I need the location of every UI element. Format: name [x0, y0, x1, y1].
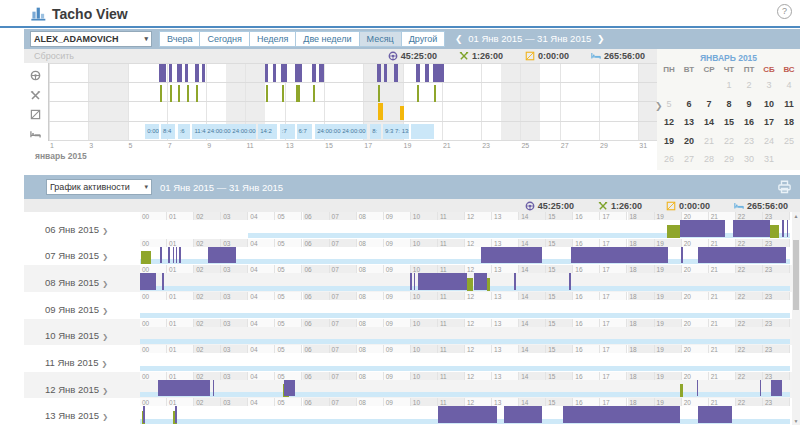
row-expander[interactable]: 06 Янв 2015❯ — [45, 224, 108, 235]
driving-bar — [295, 64, 303, 82]
activity-toolbar: График активности ▾ 01 Янв 2015 — 31 Янв… — [24, 175, 800, 199]
scroll-up-icon[interactable]: ▲ — [792, 213, 800, 219]
driving-bar — [787, 220, 789, 237]
hour-label: 05 — [275, 239, 302, 247]
hour-label: 10 — [411, 292, 438, 300]
calendar-day[interactable]: 9 — [739, 95, 759, 114]
hour-label: 00 — [140, 372, 167, 380]
calendar-day[interactable]: 22 — [719, 132, 739, 151]
calendar-day[interactable]: 8 — [719, 95, 739, 114]
hour-label: 07 — [330, 292, 357, 300]
hour-label: 21 — [709, 372, 736, 380]
calendar-day[interactable]: 5 — [659, 95, 679, 114]
hour-label: 08 — [357, 398, 384, 406]
row-expander[interactable]: 09 Янв 2015❯ — [45, 304, 108, 315]
hour-label: 03 — [221, 372, 248, 380]
driving-bar — [202, 64, 205, 82]
month-lane — [49, 63, 658, 83]
hour-label: 14 — [519, 398, 546, 406]
hour-label: 01 — [167, 319, 194, 327]
row-expander[interactable]: 12 Янв 2015❯ — [45, 384, 108, 395]
next-range-icon[interactable]: ❯ — [594, 34, 608, 44]
hour-label: 12 — [465, 239, 492, 247]
hour-label: 23 — [763, 292, 790, 300]
calendar-day[interactable]: 2 — [739, 76, 759, 95]
driving-bar — [418, 273, 468, 290]
row-expander[interactable]: 13 Янв 2015❯ — [45, 410, 108, 421]
calendar-day[interactable]: 3 — [759, 76, 779, 95]
stat-driving: 45:25:00 — [388, 51, 437, 61]
row-date: 09 Янв 2015 — [45, 304, 99, 315]
chevron-down-icon: ▾ — [144, 183, 148, 191]
hour-label: 11 — [438, 265, 465, 273]
scrollbar-thumb[interactable] — [793, 240, 799, 310]
hour-label: 15 — [546, 345, 573, 353]
vertical-scrollbar[interactable]: ▲ ▼ — [792, 212, 800, 425]
row-expander[interactable]: 08 Янв 2015❯ — [45, 277, 108, 288]
month-axis-tick: 3 — [89, 142, 93, 149]
view-select[interactable]: График активности ▾ — [46, 179, 152, 195]
calendar-day[interactable]: 23 — [739, 132, 759, 151]
driving-bar — [571, 247, 669, 264]
calendar-day[interactable]: 11 — [779, 95, 799, 114]
hour-label: 01 — [167, 212, 194, 220]
calendar-day[interactable]: 28 — [699, 150, 719, 169]
calendar-day[interactable]: 31 — [759, 150, 779, 169]
range-button[interactable]: Другой — [401, 31, 446, 47]
bed-icon — [591, 51, 601, 61]
hour-label: 22 — [736, 319, 763, 327]
row-expander[interactable]: 07 Янв 2015❯ — [45, 250, 108, 261]
hour-label: 17 — [600, 398, 627, 406]
month-axis-tick: 7 — [168, 142, 172, 149]
calendar-day[interactable]: 6 — [679, 95, 699, 114]
range-button[interactable]: Неделя — [249, 31, 296, 47]
scroll-down-icon[interactable]: ▼ — [792, 418, 800, 424]
row-expander[interactable]: 11 Янв 2015❯ — [45, 357, 107, 368]
calendar-day[interactable]: 27 — [679, 150, 699, 169]
help-icon[interactable]: ? — [777, 4, 792, 19]
calendar-day[interactable]: 24 — [759, 132, 779, 151]
calendar-day — [679, 76, 699, 95]
range-button[interactable]: Сегодня — [199, 31, 250, 47]
range-button[interactable]: Месяц — [359, 31, 402, 47]
reset-button[interactable]: Сбросить — [34, 51, 74, 61]
calendar-day[interactable]: 29 — [719, 150, 739, 169]
calendar-day[interactable]: 18 — [779, 113, 799, 132]
calendar-day[interactable]: 30 — [739, 150, 759, 169]
calendar-day[interactable]: 12 — [659, 113, 679, 132]
printer-icon — [777, 179, 792, 194]
calendar-day[interactable]: 16 — [739, 113, 759, 132]
calendar-day[interactable]: 17 — [759, 113, 779, 132]
calendar-day[interactable]: 20 — [679, 132, 699, 151]
driving-bar — [140, 273, 156, 290]
rest-strip — [140, 313, 790, 318]
calendar-day[interactable]: 15 — [719, 113, 739, 132]
calendar-day[interactable]: 1 — [719, 76, 739, 95]
calendar-day[interactable]: 26 — [659, 150, 679, 169]
prev-range-icon[interactable]: ❮ — [452, 34, 466, 44]
calendar-day[interactable]: 19 — [659, 132, 679, 151]
range-button[interactable]: Вчера — [159, 31, 200, 47]
calendar-day[interactable]: 21 — [699, 132, 719, 151]
calendar-day-header: СБ — [759, 64, 779, 76]
row-date: 13 Янв 2015 — [45, 410, 99, 421]
calendar-day[interactable]: 13 — [679, 113, 699, 132]
steering-wheel-icon — [388, 51, 398, 61]
hour-label: 05 — [275, 345, 302, 353]
calendar-day[interactable]: 10 — [759, 95, 779, 114]
activity-rows: 06 Янв 2015❯0001020304050607080910111213… — [24, 212, 800, 425]
rest-block: 8:4 — [161, 124, 175, 139]
range-button[interactable]: Две недели — [295, 31, 359, 47]
work-bar — [170, 85, 172, 102]
driver-select[interactable]: ALEX_ADAMOVICH ▾ — [30, 31, 152, 47]
calendar-day[interactable]: 14 — [699, 113, 719, 132]
hour-label: 02 — [194, 239, 221, 247]
calendar-day[interactable]: 7 — [699, 95, 719, 114]
print-icon[interactable] — [777, 179, 792, 198]
hour-label: 23 — [763, 319, 790, 327]
chevron-right-icon: ❯ — [102, 333, 108, 340]
row-expander[interactable]: 10 Янв 2015❯ — [45, 330, 108, 341]
calendar-day[interactable]: 25 — [779, 132, 799, 151]
hour-label: 23 — [763, 265, 790, 273]
calendar-day[interactable]: 4 — [779, 76, 799, 95]
